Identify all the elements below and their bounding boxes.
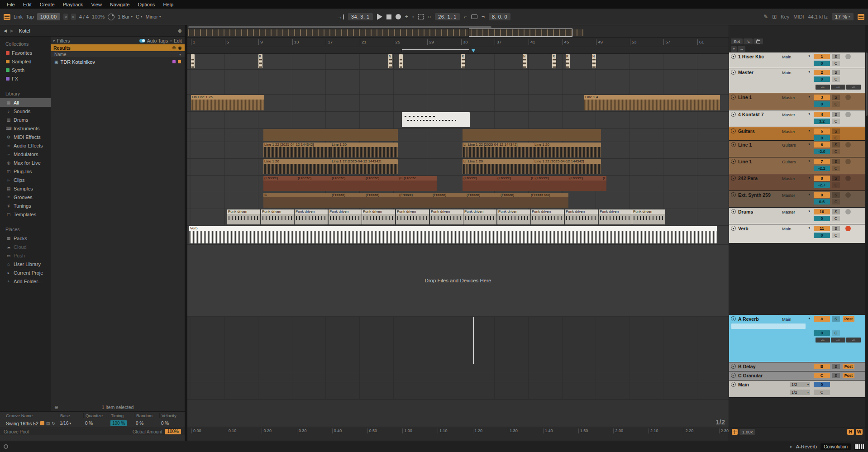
solo-button[interactable]: S xyxy=(832,54,840,59)
live-logo-icon[interactable] xyxy=(4,14,10,20)
record-button[interactable] xyxy=(396,14,401,19)
nudge-up-button[interactable]: ▹ xyxy=(71,14,76,20)
track-fold-icon[interactable]: ▾ xyxy=(731,159,736,164)
clip[interactable]: Lin Line 1 26 xyxy=(191,95,264,110)
sidebar-item-packs[interactable]: ▦Packs xyxy=(0,234,51,243)
menu-options[interactable]: Options xyxy=(134,2,159,7)
arrangement-track-lane[interactable] xyxy=(187,128,729,142)
io-toggle-icon[interactable]: → xyxy=(738,46,745,52)
time-ruler[interactable]: 0:000:100:200:300:400:501:001:101:201:30… xyxy=(187,427,729,435)
clip[interactable]: (Freeze) xyxy=(568,176,602,191)
track-fold-icon[interactable]: ▾ xyxy=(731,142,736,147)
clip[interactable]: Punk driven xyxy=(565,209,598,224)
sidebar-item-favorites[interactable]: Favorites xyxy=(0,48,51,57)
sidebar-item-max-for-live[interactable]: ◎Max for Live xyxy=(0,158,51,167)
track-activator[interactable]: 1 xyxy=(814,54,830,59)
tap-tempo-button[interactable]: Tap xyxy=(26,14,34,19)
clip[interactable]: R xyxy=(461,54,465,68)
groove-name[interactable]: Swing 16ths 52 xyxy=(6,421,38,426)
track-fold-icon[interactable]: ▾ xyxy=(731,95,736,100)
solo-button[interactable]: S xyxy=(832,128,840,134)
sidebar-item-synth[interactable]: Synth xyxy=(0,66,51,74)
draw-mode-icon[interactable]: ✎ xyxy=(763,14,768,19)
sort-icon[interactable]: ▾ xyxy=(179,52,181,57)
arrangement-track-lane[interactable] xyxy=(187,112,729,128)
cpu-meter[interactable]: 17 %▾ xyxy=(832,13,854,20)
sidebar-item-grooves[interactable]: ≡Grooves xyxy=(0,193,51,201)
play-button[interactable] xyxy=(377,14,382,20)
arm-button[interactable] xyxy=(845,192,851,198)
grid-mode-icon[interactable]: ⊞ xyxy=(772,14,777,19)
solo-button[interactable]: S xyxy=(832,316,840,322)
clip[interactable]: N xyxy=(592,54,596,68)
track-header[interactable]: ▾Line 1Guitars▾7S-2.2C xyxy=(729,157,865,174)
output-routing-menu[interactable]: Guitars▾ xyxy=(782,159,810,164)
clip[interactable]: Punk driven xyxy=(295,209,328,224)
volume-field[interactable]: 0.6 xyxy=(814,199,830,205)
auto-tags-label[interactable]: Auto Tags xyxy=(147,38,168,43)
arm-button[interactable] xyxy=(845,54,851,59)
loop-region[interactable] xyxy=(402,49,469,52)
loop-button[interactable] xyxy=(471,14,477,19)
track-fold-icon[interactable]: ▾ xyxy=(731,176,736,181)
clip[interactable]: (Freeze) xyxy=(365,193,398,208)
track-fold-icon[interactable]: ▸ xyxy=(731,373,736,378)
solo-button[interactable]: S xyxy=(832,176,840,181)
arm-button[interactable] xyxy=(845,95,851,100)
arrangement-track-lane[interactable] xyxy=(187,70,729,95)
overdub-button[interactable]: + xyxy=(405,14,408,19)
groove-quantize-field[interactable]: 0 % xyxy=(83,421,109,426)
track-fold-icon[interactable]: ▾ xyxy=(731,209,736,214)
clip[interactable]: Line 1 20 xyxy=(467,159,534,174)
groove-timing-field[interactable]: 100 % xyxy=(109,420,134,426)
clip[interactable]: Punk driven xyxy=(632,209,665,224)
track-fold-icon[interactable]: ▾ xyxy=(731,128,736,133)
track-header[interactable]: ▾Line 1Master▾3S0C xyxy=(729,93,865,110)
arrangement-track-lane[interactable]: (Freeze)(Freeze)(Freeze)(Freeze)(Fr(Free… xyxy=(187,176,729,192)
sidebar-item-cloud[interactable]: ☁Cloud xyxy=(0,243,51,251)
clip[interactable]: Punk driven xyxy=(430,209,463,224)
arm-button[interactable] xyxy=(845,226,851,231)
stop-button[interactable] xyxy=(386,14,391,19)
sidebar-item-audio-effects[interactable]: ≈Audio Effects xyxy=(0,141,51,150)
sidebar-item-clips[interactable]: ▹Clips xyxy=(0,176,51,184)
back-icon[interactable]: ◀ xyxy=(3,28,8,34)
arrangement-position-display[interactable]: 34. 3. 1 xyxy=(348,13,373,20)
clip[interactable]: (Freeze xyxy=(403,176,437,191)
clip[interactable]: Line 1 22 [2025-04-12 144342] xyxy=(467,143,534,157)
clip[interactable]: R xyxy=(258,54,262,68)
clip[interactable] xyxy=(191,54,195,68)
output-routing-menu[interactable]: Master▾ xyxy=(782,176,810,181)
solo-button[interactable]: S xyxy=(832,226,840,231)
sidebar-item-plug-ins[interactable]: ◫Plug-Ins xyxy=(0,167,51,176)
post-toggle[interactable]: Post xyxy=(843,316,854,322)
filters-expand-icon[interactable]: ▸ xyxy=(53,38,55,43)
optimize-width-button[interactable]: W xyxy=(856,429,863,435)
menu-help[interactable]: Help xyxy=(159,2,177,7)
add-icon[interactable]: ⊕ xyxy=(54,404,58,410)
output-routing-menu[interactable]: Master▾ xyxy=(782,209,810,214)
capture-midi-button[interactable]: ◦ xyxy=(412,14,414,19)
overview-scroll-thumb[interactable] xyxy=(188,26,491,28)
sidebar-item-modulators[interactable]: ~Modulators xyxy=(0,150,51,158)
midi-map-button[interactable]: MIDI xyxy=(793,14,804,19)
solo-button[interactable]: S xyxy=(832,112,840,117)
track-header[interactable]: ▾Ext. Synth 259Master▾9S0.6C xyxy=(729,191,865,208)
set-button[interactable]: Set xyxy=(731,38,743,44)
pan-field[interactable]: C xyxy=(832,216,840,221)
scale-root-menu[interactable]: C▾ xyxy=(136,14,142,19)
menu-create[interactable]: Create xyxy=(36,2,59,7)
track-header[interactable]: ▾1 Riser KlicMain▾1S0C xyxy=(729,52,865,68)
track-activator[interactable]: 4 xyxy=(814,112,830,117)
clip[interactable]: (Fr xyxy=(398,176,403,191)
clip[interactable]: (Fn xyxy=(530,176,534,191)
clip[interactable] xyxy=(463,129,601,141)
clip[interactable]: (Freeze) xyxy=(463,176,496,191)
grid-icon[interactable] xyxy=(732,429,738,435)
groove-commit-icon[interactable]: ↻ xyxy=(52,421,55,426)
clip[interactable]: Punk driven xyxy=(362,209,395,224)
pan-field[interactable]: C xyxy=(832,233,840,238)
clip[interactable]: (Freeze) xyxy=(398,193,432,208)
cue-volume-field[interactable]: 0 xyxy=(814,382,830,387)
track-activator[interactable]: 5 xyxy=(814,128,830,134)
